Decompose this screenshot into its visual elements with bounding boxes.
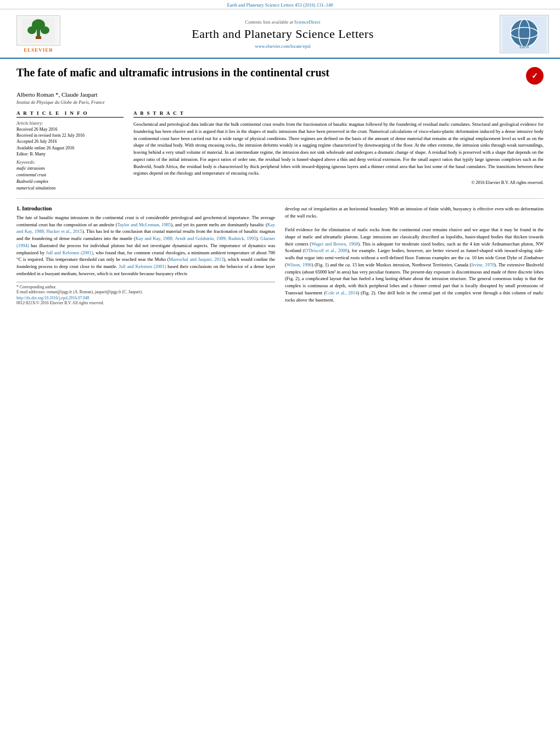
- abstract-col: A B S T R A C T Geochemical and petrolog…: [133, 110, 544, 192]
- elsevier-logo-image: [16, 15, 60, 46]
- crossmark-logo[interactable]: ✓: [526, 67, 544, 85]
- abstract-text: Geochemical and petrological data indica…: [133, 121, 544, 177]
- affiliation-line: Institut de Physique du Globe de Paris, …: [16, 99, 544, 105]
- article-info-header: A R T I C L E I N F O: [16, 110, 124, 118]
- journal-title-text: Earth and Planetary Science Letters: [66, 27, 500, 41]
- ref-kay2[interactable]: Kay and Kay, 1988; Arndt and Goldstein, …: [136, 236, 256, 241]
- doi-line[interactable]: http://dx.doi.org/10.1016/j.epsl.2016.07…: [16, 295, 275, 300]
- received-value: Received 26 May 2016: [16, 126, 124, 132]
- keyword-1: mafic intrusions: [16, 165, 124, 172]
- footnote-corresponding: * Corresponding author.: [16, 284, 275, 289]
- body-content: 1. Introduction The fate of basaltic mag…: [16, 205, 544, 305]
- svg-text:EARTH: EARTH: [520, 46, 529, 49]
- keyword-2: continental crust: [16, 172, 124, 178]
- ref-wager[interactable]: Wager and Brown, 1968: [311, 241, 358, 247]
- authors-text: Alberto Roman *, Claude Jaupart: [16, 91, 98, 98]
- intro-title: Introduction: [22, 205, 52, 211]
- footnote-section: * Corresponding author. E-mail addresses…: [16, 282, 275, 305]
- body-col-left: 1. Introduction The fate of basaltic mag…: [16, 205, 275, 305]
- copyright-line: © 2016 Elsevier B.V. All rights reserved…: [133, 180, 544, 185]
- contents-line: Contents lists available at ScienceDirec…: [66, 19, 500, 25]
- svg-point-3: [27, 26, 36, 34]
- keyword-4: numerical simulations: [16, 185, 124, 192]
- section-divider: [16, 198, 544, 199]
- ref-mareschal[interactable]: Mareschal and Jaupart, 2013: [169, 256, 224, 262]
- article-info-col: A R T I C L E I N F O Article history: R…: [16, 110, 124, 192]
- sciencedirect-link[interactable]: ScienceDirect: [294, 19, 321, 25]
- ref-odriscoll[interactable]: O'Driscoll et al., 2006: [305, 248, 348, 253]
- editor-value: Editor: B. Marty: [16, 151, 124, 157]
- keyword-3: Bushveld complex: [16, 178, 124, 185]
- top-banner: Earth and Planetary Science Letters 453 …: [0, 0, 560, 9]
- article-title: The fate of mafic and ultramafic intrusi…: [16, 65, 518, 80]
- ref-wilson[interactable]: Wilson, 1996: [287, 262, 312, 267]
- available-value: Available online 26 August 2016: [16, 145, 124, 151]
- ref-cole[interactable]: Cole et al., 2014: [326, 290, 357, 295]
- body-col-right: develop out of irregularities at an hori…: [285, 205, 544, 305]
- ref-jull[interactable]: Jull and Kelemen (2001): [46, 250, 93, 255]
- abstract-header: A B S T R A C T: [133, 110, 544, 118]
- elsevier-label: ELSEVIER: [24, 47, 53, 53]
- intro-text-col2: develop out of irregularities at an hori…: [285, 205, 544, 304]
- accepted-value: Accepted 26 July 2016: [16, 138, 124, 144]
- authors-line: Alberto Roman *, Claude Jaupart: [16, 91, 544, 98]
- intro-number: 1.: [16, 205, 21, 211]
- svg-text:✓: ✓: [531, 71, 538, 80]
- main-content: The fate of mafic and ultramafic intrusi…: [0, 59, 560, 311]
- article-info-abstract: A R T I C L E I N F O Article history: R…: [16, 110, 544, 192]
- title-section: The fate of mafic and ultramafic intrusi…: [16, 65, 544, 88]
- banner-text: Earth and Planetary Science Letters 453 …: [227, 2, 333, 8]
- svg-point-4: [41, 26, 49, 34]
- keywords-label: Keywords:: [16, 160, 124, 165]
- footnote-email: E-mail addresses: roman@ipgp.fr (A. Roma…: [16, 289, 275, 294]
- svg-rect-5: [36, 36, 41, 39]
- journal-title-center: Contents lists available at ScienceDirec…: [66, 19, 500, 49]
- page: Earth and Planetary Science Letters 453 …: [0, 0, 560, 742]
- elsevier-logo-block: ELSEVIER: [11, 15, 66, 53]
- article-history-label: Article history:: [16, 121, 124, 126]
- journal-header: ELSEVIER Contents lists available at Sci…: [0, 9, 560, 59]
- crossmark-icon[interactable]: ✓: [526, 67, 544, 85]
- copyright-footer: 0012-821X/© 2016 Elsevier B.V. All right…: [16, 300, 275, 305]
- received-revised-value: Received in revised form 22 July 2016: [16, 132, 124, 138]
- keywords-list: mafic intrusions continental crust Bushv…: [16, 165, 124, 192]
- journal-url: www.elsevier.com/locate/epsl: [66, 43, 500, 49]
- article-title-block: The fate of mafic and ultramafic intrusi…: [16, 65, 518, 80]
- intro-text-col1: The fate of basaltic magma intrusions in…: [16, 214, 275, 277]
- ref-jull2[interactable]: Jull and Kelemen (2001): [119, 264, 166, 269]
- ref-taylor[interactable]: Taylor and McLennan, 1985: [117, 222, 171, 227]
- intro-section-title: 1. Introduction: [16, 205, 275, 211]
- journal-logo-right: EARTH: [500, 15, 549, 53]
- ref-irvine[interactable]: Irvine, 1970: [471, 262, 494, 267]
